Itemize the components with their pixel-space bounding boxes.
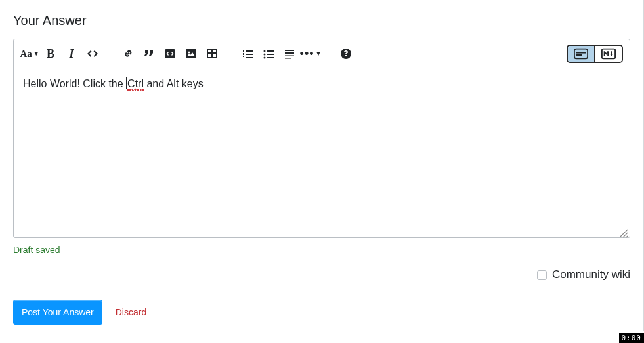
unordered-list-button[interactable]	[259, 45, 278, 63]
discard-button[interactable]: Discard	[116, 307, 146, 317]
section-title: Your Answer	[13, 13, 630, 28]
heading-button[interactable]: Aa▼	[20, 45, 39, 63]
caret-down-icon: ▼	[33, 50, 39, 57]
svg-point-4	[264, 54, 266, 56]
editor-textarea[interactable]: Hello World! Click the Ctrl and Alt keys	[14, 68, 630, 237]
action-row: Post Your Answer Discard	[13, 300, 630, 325]
image-button[interactable]	[182, 45, 200, 63]
svg-rect-9	[576, 54, 582, 56]
community-wiki-label: Community wiki	[552, 268, 630, 281]
svg-point-3	[264, 50, 266, 52]
markdown-view-button[interactable]	[595, 46, 622, 62]
svg-point-5	[264, 57, 266, 59]
quote-button[interactable]	[140, 45, 158, 63]
text-cursor	[126, 77, 127, 89]
timer-overlay: 0:00	[619, 333, 645, 343]
markdown-icon	[601, 48, 616, 60]
community-wiki-checkbox[interactable]	[537, 270, 547, 280]
bold-icon: B	[47, 47, 54, 61]
ordered-list-icon	[241, 47, 254, 60]
unordered-list-icon	[262, 47, 275, 60]
editor-toolbar: Aa▼ B I	[14, 39, 630, 68]
link-button[interactable]	[119, 45, 137, 63]
view-toggle	[567, 45, 623, 63]
caret-down-icon: ▼	[316, 50, 322, 57]
help-button[interactable]	[337, 45, 355, 63]
align-button[interactable]	[280, 45, 299, 63]
code-button[interactable]	[83, 45, 102, 63]
ordered-list-button[interactable]	[238, 45, 257, 63]
resize-handle[interactable]	[619, 227, 628, 236]
image-icon	[184, 47, 198, 60]
link-icon	[121, 47, 135, 60]
svg-rect-8	[576, 52, 586, 53]
rich-text-icon	[574, 48, 588, 60]
table-button[interactable]	[203, 45, 221, 63]
more-icon: •••	[300, 48, 314, 60]
code-icon	[86, 47, 99, 60]
bold-button[interactable]: B	[41, 45, 60, 63]
svg-rect-1	[186, 49, 196, 58]
table-icon	[205, 47, 219, 60]
editor-text-post: and Alt keys	[144, 78, 204, 89]
align-icon	[283, 47, 296, 60]
help-icon	[339, 47, 353, 60]
community-wiki-row: Community wiki	[13, 268, 630, 281]
draft-status: Draft saved	[13, 245, 630, 255]
editor-container: Aa▼ B I	[13, 39, 630, 238]
svg-point-2	[188, 52, 190, 54]
editor-text-pre: Hello World! Click the	[23, 78, 126, 89]
svg-rect-0	[165, 49, 175, 58]
editor-text-spellcheck: Ctrl	[127, 78, 144, 91]
code-block-button[interactable]	[161, 45, 179, 63]
post-answer-button[interactable]: Post Your Answer	[13, 300, 102, 325]
heading-icon: Aa	[20, 49, 32, 60]
more-button[interactable]: •••▼	[301, 45, 320, 63]
italic-icon: I	[69, 47, 74, 61]
svg-rect-7	[574, 49, 588, 59]
rich-text-view-button[interactable]	[568, 46, 594, 62]
quote-icon	[142, 47, 156, 60]
italic-button[interactable]: I	[62, 45, 81, 63]
code-block-icon	[163, 47, 177, 60]
